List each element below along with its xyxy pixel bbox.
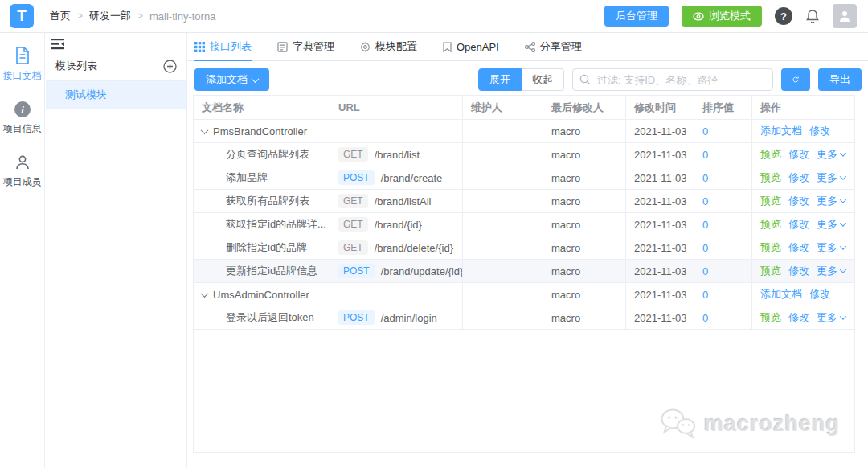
tab-api-list[interactable]: 接口列表 <box>194 33 252 60</box>
table-row-doc[interactable]: 获取所有品牌列表GET/brand/listAllmacro2021-11-03… <box>194 190 854 213</box>
sort-value-link[interactable]: 0 <box>702 125 708 138</box>
action-link[interactable]: 预览 <box>760 240 781 255</box>
refresh-button[interactable] <box>781 68 810 91</box>
topbar-actions: 后台管理 浏览模式 ? <box>604 4 868 28</box>
sort-value-link[interactable]: 0 <box>702 219 708 231</box>
table-row-doc[interactable]: 登录以后返回tokenPOST/admin/loginmacro2021-11-… <box>194 306 854 330</box>
action-link[interactable]: 预览 <box>760 194 781 208</box>
tab-dictionary[interactable]: 字典管理 <box>277 33 334 60</box>
add-module-icon[interactable] <box>163 60 177 73</box>
nav-item-project-info[interactable]: i 项目信息 <box>0 101 44 136</box>
table-row-doc[interactable]: 获取指定id的品牌详...GET/brand/{id}macro2021-11-… <box>194 213 854 236</box>
export-button[interactable]: 导出 <box>818 68 862 91</box>
actions-cell: 预览修改更多 <box>752 190 854 212</box>
action-label: 更多 <box>817 217 837 232</box>
notification-bell-icon[interactable] <box>805 9 820 24</box>
action-link[interactable]: 修改 <box>788 217 809 232</box>
action-label: 更多 <box>817 240 837 255</box>
admin-button[interactable]: 后台管理 <box>604 6 669 27</box>
chevron-down-icon <box>252 75 260 83</box>
action-link[interactable]: 预览 <box>760 217 781 232</box>
tab-openapi[interactable]: OpenAPI <box>443 33 499 60</box>
help-icon[interactable]: ? <box>775 7 792 25</box>
nav-item-project-members[interactable]: 项目成员 <box>0 154 44 189</box>
tab-label: 字典管理 <box>293 39 334 54</box>
module-item-test-module[interactable]: 测试模块 <box>46 81 186 109</box>
maintainer-cell <box>463 120 543 142</box>
action-link[interactable]: 修改 <box>809 287 830 302</box>
doc-name-cell: 获取所有品牌列表 <box>194 190 330 212</box>
action-link[interactable]: 更多 <box>817 147 845 162</box>
action-link[interactable]: 更多 <box>817 170 845 185</box>
table-row-doc[interactable]: 分页查询品牌列表GET/brand/listmacro2021-11-030预览… <box>194 143 854 166</box>
action-label: 预览 <box>760 170 781 185</box>
action-label: 修改 <box>788 310 809 325</box>
action-link[interactable]: 更多 <box>817 217 845 232</box>
action-link[interactable]: 更多 <box>817 264 845 278</box>
sort-value-link[interactable]: 0 <box>702 289 708 301</box>
sort-value-link[interactable]: 0 <box>702 265 708 277</box>
filter-search-input[interactable] <box>572 68 773 91</box>
action-link[interactable]: 添加文档 <box>760 287 802 302</box>
action-link[interactable]: 预览 <box>760 147 781 162</box>
url-path: /brand/listAll <box>375 195 432 207</box>
action-link[interactable]: 添加文档 <box>760 124 802 138</box>
action-link[interactable]: 修改 <box>788 147 809 162</box>
collapse-sidebar-icon[interactable] <box>51 39 64 52</box>
browse-mode-label: 浏览模式 <box>709 9 751 23</box>
url-path: /brand/{id} <box>375 219 422 231</box>
chevron-down-icon <box>840 313 846 319</box>
action-link[interactable]: 修改 <box>788 194 809 208</box>
table-row-doc[interactable]: 添加品牌POST/brand/createmacro2021-11-030预览修… <box>194 166 854 190</box>
tab-share[interactable]: 分享管理 <box>525 33 582 60</box>
action-label: 修改 <box>788 147 809 162</box>
user-avatar[interactable] <box>833 4 857 28</box>
sort-value-link[interactable]: 0 <box>702 172 708 184</box>
sort-cell: 0 <box>694 306 752 329</box>
breadcrumb-separator-icon: > <box>77 10 83 22</box>
nav-item-api-docs[interactable]: 接口文档 <box>0 46 44 83</box>
breadcrumb-space[interactable]: 研发一部 <box>89 9 131 23</box>
action-link[interactable]: 修改 <box>788 240 809 255</box>
gear-icon <box>360 42 371 52</box>
action-label: 预览 <box>760 264 781 278</box>
sort-cell: 0 <box>694 166 752 189</box>
tab-label: 分享管理 <box>540 39 582 54</box>
action-link[interactable]: 预览 <box>760 310 781 325</box>
table-row-folder[interactable]: PmsBrandControllermacro2021-11-030添加文档修改 <box>194 120 854 143</box>
tab-module-config[interactable]: 模块配置 <box>360 33 417 60</box>
action-link[interactable]: 更多 <box>817 240 845 255</box>
breadcrumb-home[interactable]: 首页 <box>50 9 71 23</box>
sort-value-link[interactable]: 0 <box>702 242 708 254</box>
action-link[interactable]: 预览 <box>760 264 781 278</box>
chevron-down-icon[interactable] <box>201 126 209 134</box>
table-row-folder[interactable]: UmsAdminControllermacro2021-11-030添加文档修改 <box>194 283 854 306</box>
sort-value-link[interactable]: 0 <box>702 312 708 324</box>
url-path: /admin/login <box>381 312 437 324</box>
sort-value-link[interactable]: 0 <box>702 195 708 207</box>
collapse-all-button[interactable]: 收起 <box>522 68 564 91</box>
action-link[interactable]: 修改 <box>788 310 809 325</box>
http-method-badge: GET <box>338 194 368 208</box>
action-link[interactable]: 修改 <box>809 124 830 138</box>
table-row-doc[interactable]: 更新指定id品牌信息POST/brand/update/{id}macro202… <box>194 260 854 283</box>
action-link[interactable]: 预览 <box>760 170 781 185</box>
action-link[interactable]: 修改 <box>788 264 809 278</box>
person-icon <box>837 9 852 23</box>
sort-value-link[interactable]: 0 <box>702 149 708 161</box>
expand-all-button[interactable]: 展开 <box>478 68 522 91</box>
sort-cell: 0 <box>694 260 752 282</box>
app-logo[interactable]: T <box>10 4 34 28</box>
chevron-down-icon[interactable] <box>201 289 209 298</box>
search-icon <box>579 74 591 88</box>
action-link[interactable]: 修改 <box>788 170 809 185</box>
action-link[interactable]: 更多 <box>817 194 845 208</box>
table-row-doc[interactable]: 删除指定id的品牌GET/brand/delete/{id}macro2021-… <box>194 236 854 260</box>
add-doc-dropdown-button[interactable]: 添加文档 <box>194 68 269 91</box>
url-cell: GET/brand/delete/{id} <box>330 236 463 259</box>
action-link[interactable]: 更多 <box>817 310 845 325</box>
action-label: 添加文档 <box>760 124 802 138</box>
browse-mode-button[interactable]: 浏览模式 <box>682 6 762 27</box>
actions-cell: 预览修改更多 <box>752 213 854 236</box>
url-cell: GET/brand/{id} <box>330 213 463 236</box>
